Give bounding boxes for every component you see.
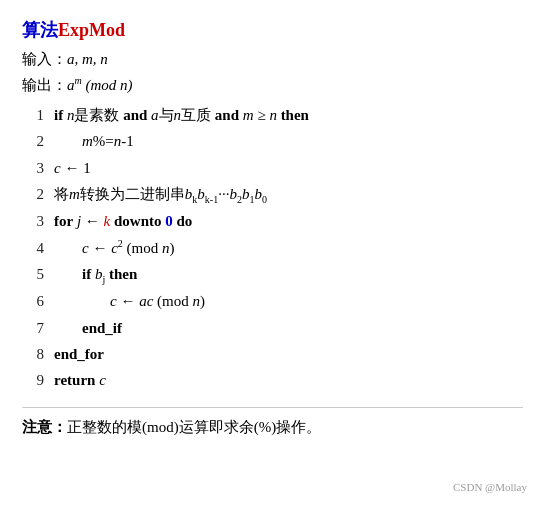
- code-line: 7end_if: [22, 315, 523, 341]
- output-expr: am (mod n): [67, 77, 133, 93]
- line-content: end_if: [54, 315, 523, 341]
- line-number: 2: [22, 128, 44, 154]
- output-line: 输出：am (mod n): [22, 73, 523, 97]
- input-label: 输入：: [22, 51, 67, 67]
- note-section: 注意：正整数的模(mod)运算即求余(%)操作。: [22, 407, 523, 437]
- line-content: c ← 1: [54, 155, 523, 181]
- line-number: 7: [22, 315, 44, 341]
- code-line: 3c ← 1: [22, 155, 523, 181]
- algorithm-body: 1if n是素数 and a与n互质 and m ≥ n then2m%=n-1…: [22, 102, 523, 393]
- code-line: 8end_for: [22, 341, 523, 367]
- code-line: 2将m转换为二进制串bkbk-1···b2b1b0: [22, 181, 523, 209]
- output-label: 输出：: [22, 77, 67, 93]
- note-label: 注意：: [22, 419, 67, 435]
- code-line: 1if n是素数 and a与n互质 and m ≥ n then: [22, 102, 523, 128]
- title-line: 算法ExpMod: [22, 18, 523, 42]
- line-number: 3: [22, 208, 44, 234]
- algorithm-container: 算法ExpMod 输入：a, m, n 输出：am (mod n) 1if n是…: [0, 0, 545, 505]
- line-content: if bj then: [54, 261, 523, 289]
- title-name: ExpMod: [58, 20, 125, 40]
- line-content: m%=n-1: [54, 128, 523, 154]
- code-line: 6c ← ac (mod n): [22, 288, 523, 314]
- code-line: 2m%=n-1: [22, 128, 523, 154]
- line-number: 2: [22, 181, 44, 207]
- line-number: 5: [22, 261, 44, 287]
- line-number: 4: [22, 235, 44, 261]
- code-line: 4c ← c2 (mod n): [22, 235, 523, 261]
- line-number: 3: [22, 155, 44, 181]
- code-line: 5if bj then: [22, 261, 523, 289]
- line-content: if n是素数 and a与n互质 and m ≥ n then: [54, 102, 523, 128]
- line-content: c ← c2 (mod n): [54, 235, 523, 261]
- line-content: return c: [54, 367, 523, 393]
- line-number: 8: [22, 341, 44, 367]
- title-prefix: 算法: [22, 20, 58, 40]
- code-line: 9return c: [22, 367, 523, 393]
- note-text: 正整数的模(mod)运算即求余(%)操作。: [67, 419, 321, 435]
- line-content: end_for: [54, 341, 523, 367]
- line-content: 将m转换为二进制串bkbk-1···b2b1b0: [54, 181, 523, 209]
- input-vars: a, m, n: [67, 51, 108, 67]
- line-number: 1: [22, 102, 44, 128]
- line-content: c ← ac (mod n): [54, 288, 523, 314]
- code-line: 3for j ← k downto 0 do: [22, 208, 523, 234]
- line-number: 9: [22, 367, 44, 393]
- line-content: for j ← k downto 0 do: [54, 208, 523, 234]
- watermark: CSDN @Mollay: [453, 481, 527, 493]
- input-line: 输入：a, m, n: [22, 48, 523, 71]
- line-number: 6: [22, 288, 44, 314]
